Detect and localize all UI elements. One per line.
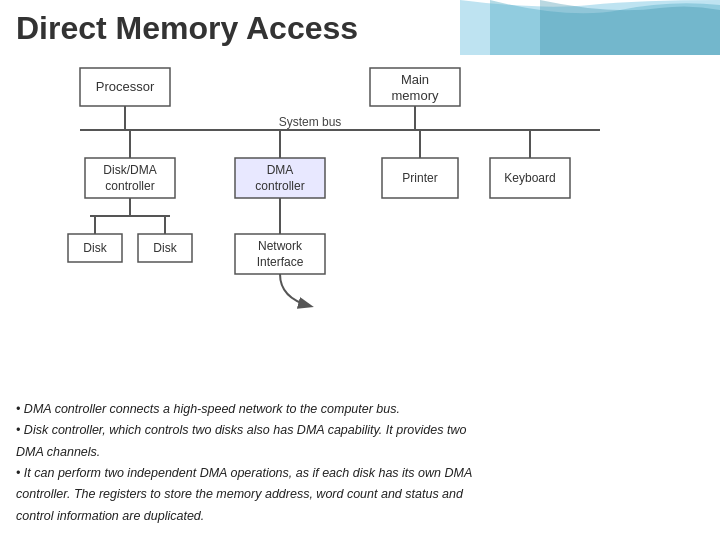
bullet-section: • DMA controller connects a high-speed n… — [16, 400, 704, 528]
svg-rect-21 — [490, 158, 570, 198]
svg-text:controller: controller — [255, 179, 304, 193]
svg-text:controller: controller — [105, 179, 154, 193]
diagram-svg: Processor Main memory System bus Disk/DM… — [0, 58, 720, 368]
svg-text:Processor: Processor — [96, 79, 155, 94]
top-decoration — [460, 0, 720, 55]
bullet-2-cont: DMA channels. — [16, 443, 704, 462]
svg-text:Main: Main — [401, 72, 429, 87]
svg-text:Printer: Printer — [402, 171, 437, 185]
svg-text:Interface: Interface — [257, 255, 304, 269]
bullet-3: • It can perform two independent DMA ope… — [16, 464, 704, 483]
svg-rect-2 — [370, 68, 460, 106]
svg-text:Disk/DMA: Disk/DMA — [103, 163, 156, 177]
svg-rect-14 — [235, 158, 325, 198]
bullet-2: • Disk controller, which controls two di… — [16, 421, 704, 440]
bullet-3-cont2: control information are duplicated. — [16, 507, 704, 526]
svg-text:System bus: System bus — [279, 115, 342, 129]
svg-rect-27 — [68, 234, 122, 262]
svg-rect-32 — [235, 234, 325, 274]
svg-text:Disk: Disk — [153, 241, 177, 255]
svg-text:DMA: DMA — [267, 163, 294, 177]
svg-text:Network: Network — [258, 239, 303, 253]
svg-text:Disk: Disk — [83, 241, 107, 255]
svg-rect-18 — [382, 158, 458, 198]
svg-text:Keyboard: Keyboard — [504, 171, 555, 185]
bullet-3-cont: controller. The registers to store the m… — [16, 485, 704, 504]
svg-rect-29 — [138, 234, 192, 262]
page-title: Direct Memory Access — [16, 10, 358, 47]
bullet-1: • DMA controller connects a high-speed n… — [16, 400, 704, 419]
svg-rect-0 — [80, 68, 170, 106]
svg-text:memory: memory — [392, 88, 439, 103]
svg-rect-10 — [85, 158, 175, 198]
